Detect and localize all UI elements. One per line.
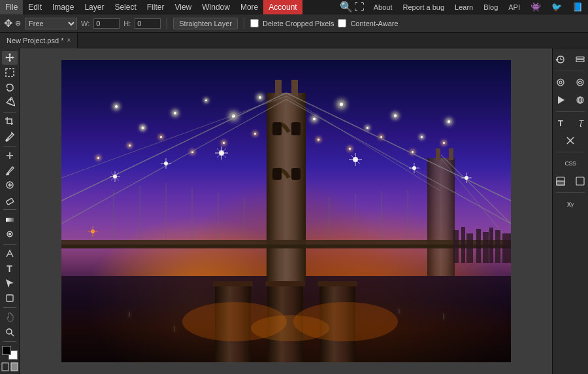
height-input[interactable] [135, 18, 161, 29]
menu-window[interactable]: Window [197, 0, 235, 14]
type2-panel-btn[interactable]: Ʈ [571, 114, 588, 131]
svg-rect-18 [272, 122, 282, 135]
svg-rect-49 [265, 281, 305, 286]
svg-line-26 [61, 99, 286, 224]
canvas-area[interactable] [20, 48, 552, 374]
rpanel-sep-4 [556, 192, 585, 193]
tool-clone[interactable] [2, 178, 18, 192]
tool-lasso[interactable] [2, 80, 18, 94]
tool-gradient[interactable] [2, 212, 18, 226]
tab-title: New Project.psd * [7, 33, 63, 48]
height-label: H: [123, 20, 131, 27]
svg-rect-12 [2, 363, 8, 371]
tool-magic-wand[interactable] [2, 95, 18, 109]
content-aware-checkbox[interactable] [338, 19, 346, 27]
options-bar: ✥ ⊕ Free Fixed Ratio Fixed Size W: H: St… [0, 14, 588, 33]
menu-api[interactable]: API [503, 0, 525, 14]
tab-close-button[interactable]: × [67, 33, 71, 48]
transform-panel-btn[interactable] [561, 132, 580, 149]
svg-rect-9 [7, 295, 13, 301]
standard-mode[interactable] [1, 362, 9, 371]
delete-cropped-label[interactable]: Delete Cropped Pixels [250, 19, 334, 27]
menu-image[interactable]: Image [47, 0, 79, 14]
svg-rect-6 [6, 218, 14, 222]
straighten-button[interactable]: Straighten Layer [173, 18, 238, 29]
svg-rect-20 [272, 168, 282, 180]
menu-about[interactable]: About [368, 0, 398, 14]
tool-heal[interactable] [2, 149, 18, 163]
menu-report[interactable]: Report a bug [397, 0, 449, 14]
tool-marquee[interactable] [2, 66, 18, 80]
tool-text[interactable]: T [2, 262, 18, 275]
menu-account[interactable]: Account [263, 0, 302, 14]
canvas-panel-btn[interactable] [571, 173, 588, 190]
width-input[interactable] [93, 18, 120, 29]
rpanel-row-6 [551, 173, 588, 190]
content-aware-label[interactable]: Content-Aware [338, 19, 398, 27]
tool-brush[interactable] [2, 163, 18, 177]
facebook-icon[interactable]: 📘 [567, 0, 588, 14]
tool-eraser[interactable] [2, 194, 18, 207]
tool-separator-3 [3, 209, 16, 210]
menu-filter[interactable]: Filter [142, 0, 170, 14]
svg-line-25 [61, 93, 286, 201]
color-swatches[interactable] [2, 346, 18, 360]
reddit-icon[interactable]: 👾 [525, 0, 546, 14]
tool-burn[interactable] [2, 228, 18, 241]
svg-rect-21 [291, 168, 301, 180]
document-tab[interactable]: New Project.psd * × [0, 33, 78, 48]
exponent-btn[interactable]: xy [561, 196, 580, 212]
layers-panel-btn[interactable] [571, 51, 588, 68]
tool-move[interactable] [2, 51, 18, 65]
menu-bar: File Edit Image Layer Select Filter View… [0, 0, 588, 14]
svg-rect-44 [61, 245, 511, 248]
image-adj-btn[interactable] [551, 173, 570, 190]
history-panel-btn[interactable] [551, 51, 570, 68]
menu-layer[interactable]: Layer [79, 0, 109, 14]
menu-view[interactable]: View [169, 0, 197, 14]
menu-more[interactable]: More [235, 0, 263, 14]
rpanel-sep-3 [556, 152, 585, 152]
tool-eyedropper[interactable] [2, 129, 18, 143]
actions-panel-btn[interactable] [551, 92, 570, 109]
filters-panel-btn[interactable] [571, 74, 588, 91]
twitter-icon[interactable]: 🐦 [546, 0, 567, 14]
quick-mask-mode[interactable] [10, 362, 18, 371]
left-toolbar: T [0, 48, 20, 374]
css-panel-btn[interactable]: CSS [561, 155, 580, 172]
menu-file[interactable]: File [0, 0, 23, 14]
svg-line-30 [286, 96, 440, 191]
rpanel-row-2 [551, 74, 588, 91]
svg-rect-5 [6, 198, 14, 205]
menu-select[interactable]: Select [109, 0, 141, 14]
tool-pen[interactable] [2, 247, 18, 261]
svg-rect-13 [11, 363, 18, 371]
svg-rect-51 [453, 230, 459, 263]
svg-point-2 [6, 139, 8, 141]
text-panel-btn[interactable]: T [551, 114, 570, 131]
tool-shape[interactable] [2, 292, 18, 305]
tool-path-select[interactable] [2, 277, 18, 290]
menu-edit[interactable]: Edit [23, 0, 47, 14]
adjustments-panel-btn[interactable] [551, 74, 570, 91]
mode-select[interactable]: Free Fixed Ratio Fixed Size [25, 18, 77, 29]
canvas-image[interactable] [61, 60, 511, 362]
svg-rect-55 [483, 232, 489, 263]
menu-learn[interactable]: Learn [449, 0, 478, 14]
tool-zoom[interactable] [2, 326, 18, 339]
rpanel-row-5 [561, 132, 580, 149]
quick-mask-row [1, 362, 18, 371]
svg-point-3 [7, 173, 8, 175]
foreground-color[interactable] [2, 346, 11, 355]
tool-crop[interactable] [2, 115, 18, 129]
search-icon[interactable]: 🔍 [340, 1, 353, 13]
svg-rect-100 [557, 181, 564, 185]
tool-separator-2 [3, 146, 16, 146]
delete-cropped-checkbox[interactable] [250, 19, 259, 27]
masks-panel-btn[interactable] [571, 92, 588, 109]
menu-blog[interactable]: Blog [478, 0, 503, 14]
fullscreen-icon[interactable]: ⛶ [354, 1, 365, 13]
tab-bar: New Project.psd * × [0, 33, 588, 48]
tool-hand[interactable] [2, 311, 18, 324]
bridge-svg [61, 60, 511, 362]
